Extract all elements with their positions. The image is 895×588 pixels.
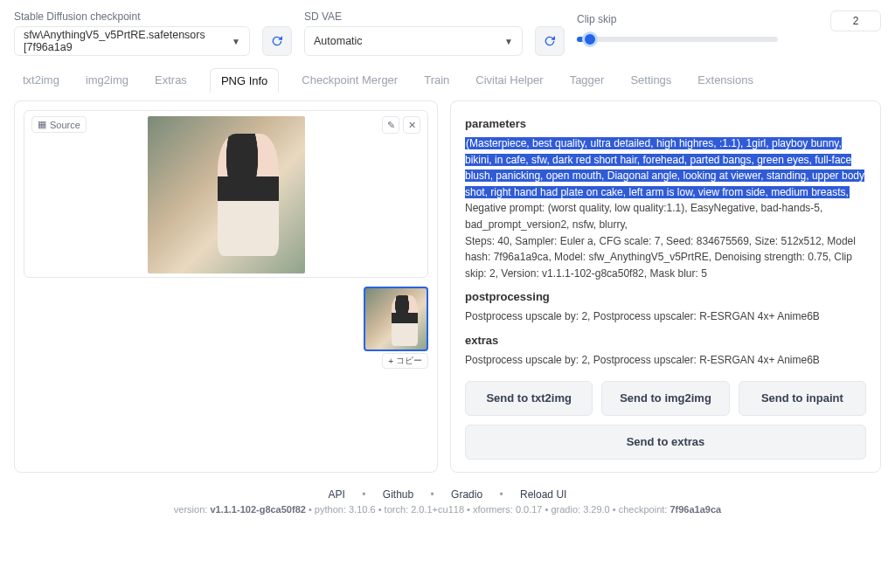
tab-img2img[interactable]: img2img: [82, 68, 132, 93]
source-chip: ▦ Source: [31, 116, 87, 133]
pencil-icon: ✎: [387, 120, 395, 131]
chevron-down-icon: ▼: [504, 37, 513, 46]
clipskip-value[interactable]: 2: [830, 10, 881, 31]
send-to-txt2img-button[interactable]: Send to txt2img: [465, 381, 593, 416]
refresh-checkpoint-button[interactable]: [262, 26, 292, 56]
source-image: [148, 116, 305, 273]
meta-checkpoint: 7f96a1a9ca: [670, 504, 721, 515]
clipskip-slider[interactable]: [577, 37, 778, 42]
refresh-icon: [543, 34, 557, 48]
tab-settings[interactable]: Settings: [627, 68, 675, 93]
meta-python: python: 3.10.6: [315, 504, 376, 515]
info-panel: parameters (Masterpiece, best quality, u…: [450, 100, 881, 473]
checkpoint-value: sfw\AnythingV5_v5PrtRE.safetensors [7f96…: [24, 29, 225, 53]
slider-thumb[interactable]: [582, 31, 598, 47]
plus-icon: +: [388, 356, 393, 366]
extras-text: Postprocess upscale by: 2, Postprocess u…: [465, 352, 866, 369]
tab-tagger[interactable]: Tagger: [566, 68, 608, 93]
meta-version: v1.1.1-102-g8ca50f82: [210, 504, 305, 515]
generation-params-text[interactable]: Steps: 40, Sampler: Euler a, CFG scale: …: [465, 233, 866, 282]
tab-extensions[interactable]: Extensions: [694, 68, 757, 93]
clipskip-label: Clip skip: [577, 13, 616, 25]
thumbnail[interactable]: [364, 287, 428, 351]
tab-txt2img[interactable]: txt2img: [19, 68, 63, 93]
source-label: Source: [50, 120, 80, 130]
footer: API • Github • Gradio • Reload UI versio…: [14, 488, 881, 515]
meta-gradio: gradio: 3.29.0: [551, 504, 609, 515]
checkpoint-label: Stable Diffusion checkpoint: [14, 10, 250, 23]
source-panel: ▦ Source ✎ ✕ + コピー: [14, 100, 438, 473]
footer-link-gradio[interactable]: Gradio: [451, 488, 482, 501]
parameters-title: parameters: [465, 117, 866, 130]
send-to-img2img-button[interactable]: Send to img2img: [601, 381, 729, 416]
image-dropzone[interactable]: ▦ Source ✎ ✕: [24, 110, 428, 278]
vae-select[interactable]: Automatic ▼: [304, 26, 523, 56]
tabs: txt2img img2img Extras PNG Info Checkpoi…: [14, 68, 881, 93]
checkpoint-select[interactable]: sfw\AnythingV5_v5PrtRE.safetensors [7f96…: [14, 26, 250, 56]
copy-button[interactable]: + コピー: [382, 353, 428, 369]
postprocessing-text: Postprocess upscale by: 2, Postprocess u…: [465, 308, 866, 325]
edit-image-button[interactable]: ✎: [382, 116, 399, 134]
footer-link-github[interactable]: Github: [383, 488, 413, 501]
meta-checkpoint-label: checkpoint:: [619, 504, 670, 515]
footer-link-reload[interactable]: Reload UI: [520, 488, 566, 501]
meta-torch: torch: 2.0.1+cu118: [385, 504, 464, 515]
tab-extras[interactable]: Extras: [151, 68, 191, 93]
send-to-extras-button[interactable]: Send to extras: [465, 425, 866, 460]
prompt-text[interactable]: (Masterpiece, best quality, ultra detail…: [465, 135, 866, 200]
footer-link-api[interactable]: API: [329, 488, 345, 501]
chevron-down-icon: ▼: [232, 37, 240, 46]
copy-label: コピー: [396, 355, 422, 367]
close-icon: ✕: [408, 120, 416, 131]
tab-train[interactable]: Train: [420, 68, 453, 93]
meta-xformers: xformers: 0.0.17: [473, 504, 542, 515]
tab-ckpt-merger[interactable]: Checkpoint Merger: [298, 68, 401, 93]
send-to-inpaint-button[interactable]: Send to inpaint: [739, 381, 866, 416]
clear-image-button[interactable]: ✕: [403, 116, 420, 134]
postprocessing-title: postprocessing: [465, 290, 866, 303]
negative-prompt-text[interactable]: Negative prompt: (worst quality, low qua…: [465, 200, 866, 232]
refresh-vae-button[interactable]: [535, 26, 565, 56]
extras-title: extras: [465, 334, 866, 347]
image-icon: ▦: [38, 119, 46, 130]
vae-label: SD VAE: [304, 10, 523, 23]
refresh-icon: [270, 34, 284, 48]
meta-version-label: version:: [174, 504, 211, 515]
tab-pnginfo[interactable]: PNG Info: [210, 68, 279, 93]
tab-civitai[interactable]: Civitai Helper: [472, 68, 546, 93]
vae-value: Automatic: [314, 35, 363, 47]
